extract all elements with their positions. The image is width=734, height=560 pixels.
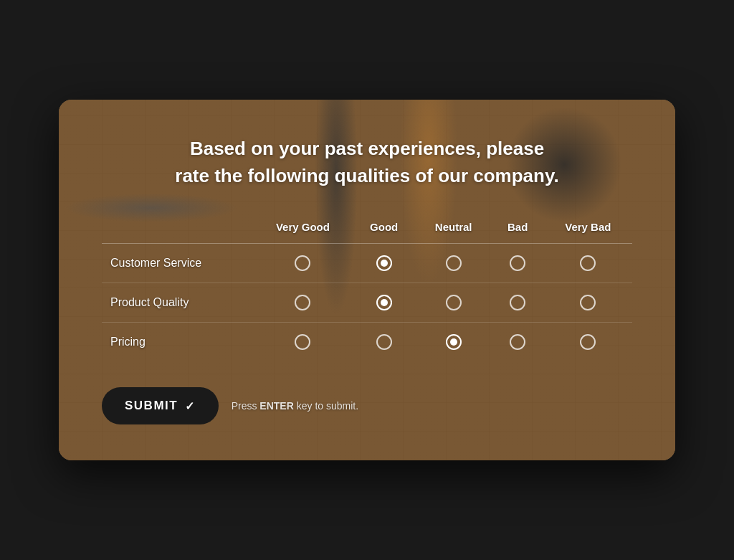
row-label-1: Product Quality	[102, 283, 253, 323]
cell-pricing-good[interactable]	[353, 323, 416, 362]
card-content: Based on your past experiences, please r…	[59, 100, 675, 460]
cell-product_quality-very_good[interactable]	[253, 283, 352, 323]
cell-customer_service-very_bad[interactable]	[544, 244, 632, 283]
radio-pricing-very_good[interactable]	[295, 334, 310, 350]
cell-pricing-very_good[interactable]	[253, 323, 352, 362]
radio-customer_service-good[interactable]	[376, 255, 392, 271]
col-header-very-bad: Very Bad	[544, 215, 632, 244]
table-row: Customer Service	[102, 244, 632, 283]
cell-product_quality-very_bad[interactable]	[544, 283, 632, 323]
radio-pricing-good[interactable]	[376, 334, 392, 350]
radio-customer_service-bad[interactable]	[510, 255, 525, 271]
col-header-good: Good	[353, 215, 416, 244]
radio-product_quality-very_good[interactable]	[295, 295, 310, 310]
rating-table: Very Good Good Neutral Bad Very Bad Cust…	[102, 215, 632, 361]
radio-product_quality-very_bad[interactable]	[580, 295, 596, 310]
col-header-bad: Bad	[492, 215, 544, 244]
cell-product_quality-neutral[interactable]	[416, 283, 492, 323]
radio-pricing-neutral[interactable]	[446, 334, 462, 350]
radio-product_quality-neutral[interactable]	[446, 295, 462, 310]
radio-product_quality-bad[interactable]	[510, 295, 525, 310]
radio-pricing-bad[interactable]	[510, 334, 525, 350]
survey-card: Based on your past experiences, please r…	[59, 100, 675, 460]
radio-pricing-very_bad[interactable]	[580, 334, 596, 350]
cell-customer_service-very_good[interactable]	[253, 244, 352, 283]
headline-line1: Based on your past experiences, please	[190, 138, 544, 159]
table-row: Product Quality	[102, 283, 632, 323]
cell-pricing-neutral[interactable]	[416, 323, 492, 362]
table-row: Pricing	[102, 323, 632, 362]
col-header-very-good: Very Good	[253, 215, 352, 244]
headline-line2: rate the following qualities of our comp…	[175, 165, 558, 186]
enter-hint: Press ENTER key to submit.	[232, 400, 358, 412]
radio-customer_service-very_good[interactable]	[295, 255, 310, 271]
form-footer: SUBMIT ✓ Press ENTER key to submit.	[102, 387, 632, 424]
cell-customer_service-neutral[interactable]	[416, 244, 492, 283]
cell-product_quality-bad[interactable]	[492, 283, 544, 323]
submit-button[interactable]: SUBMIT ✓	[102, 387, 219, 424]
cell-pricing-very_bad[interactable]	[544, 323, 632, 362]
cell-product_quality-good[interactable]	[353, 283, 416, 323]
col-header-label	[102, 215, 253, 244]
radio-customer_service-neutral[interactable]	[446, 255, 462, 271]
row-label-0: Customer Service	[102, 244, 253, 283]
table-header-row: Very Good Good Neutral Bad Very Bad	[102, 215, 632, 244]
col-header-neutral: Neutral	[416, 215, 492, 244]
cell-pricing-bad[interactable]	[492, 323, 544, 362]
check-icon: ✓	[185, 399, 196, 413]
radio-customer_service-very_bad[interactable]	[580, 255, 596, 271]
radio-product_quality-good[interactable]	[376, 295, 392, 310]
headline: Based on your past experiences, please r…	[102, 136, 632, 189]
submit-label: SUBMIT	[125, 399, 178, 413]
cell-customer_service-bad[interactable]	[492, 244, 544, 283]
cell-customer_service-good[interactable]	[353, 244, 416, 283]
row-label-2: Pricing	[102, 323, 253, 362]
